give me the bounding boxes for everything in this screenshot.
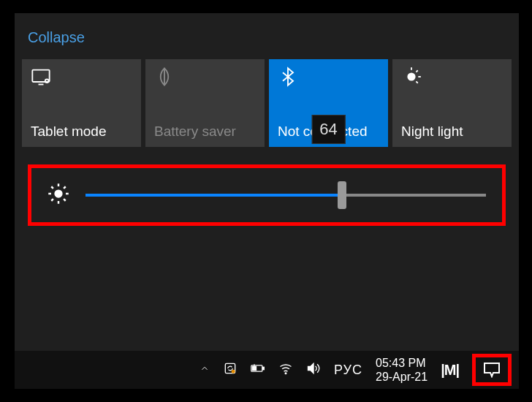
tile-tablet-mode[interactable]: Tablet mode — [22, 59, 141, 147]
svg-rect-0 — [32, 70, 49, 82]
collapse-button[interactable]: Collapse — [15, 13, 519, 46]
bluetooth-icon — [278, 67, 298, 87]
ime-language[interactable]: РУС — [334, 363, 362, 378]
svg-point-8 — [55, 190, 62, 197]
clock-time: 05:43 PM — [376, 356, 428, 370]
tablet-icon — [31, 67, 51, 87]
taskbar-clock[interactable]: 05:43 PM 29-Apr-21 — [376, 356, 428, 384]
leaf-icon — [154, 67, 175, 87]
system-tray: РУС 05:43 PM 29-Apr-21 |M| — [200, 354, 519, 386]
svg-line-6 — [416, 70, 417, 72]
sync-icon[interactable] — [223, 361, 238, 379]
taskbar: РУС 05:43 PM 29-Apr-21 |M| — [15, 351, 519, 389]
action-center-button[interactable] — [472, 354, 512, 386]
night-light-icon — [401, 67, 422, 87]
svg-point-18 — [232, 370, 235, 373]
svg-point-3 — [408, 73, 414, 80]
wifi-icon[interactable] — [278, 361, 293, 379]
svg-line-7 — [416, 81, 417, 83]
tile-bluetooth[interactable]: Not connected 64 — [269, 59, 388, 147]
svg-rect-20 — [263, 367, 265, 369]
brightness-tooltip: 64 — [311, 115, 345, 144]
brightness-slider-container — [28, 164, 506, 226]
svg-line-14 — [64, 199, 66, 201]
svg-line-13 — [51, 186, 53, 189]
clock-date: 29-Apr-21 — [376, 370, 428, 384]
brand-logo[interactable]: |M| — [441, 362, 459, 379]
svg-point-1 — [45, 80, 49, 83]
tile-battery-saver[interactable]: Battery saver — [145, 59, 265, 147]
tray-overflow-chevron[interactable] — [200, 363, 210, 376]
slider-fill — [86, 194, 342, 197]
quick-action-tiles: Tablet mode Battery saver Not connected … — [15, 46, 519, 147]
tile-label: Night light — [401, 124, 503, 140]
volume-icon[interactable] — [306, 361, 321, 379]
svg-line-16 — [64, 186, 66, 189]
action-center-panel: Collapse Tablet mode Battery saver Not c… — [15, 13, 519, 351]
svg-rect-21 — [252, 367, 256, 371]
svg-point-22 — [285, 373, 286, 374]
svg-line-15 — [51, 199, 53, 201]
svg-marker-23 — [308, 363, 314, 373]
battery-icon[interactable] — [251, 361, 265, 379]
slider-thumb[interactable] — [338, 181, 346, 209]
brightness-icon — [48, 183, 69, 208]
tile-label: Tablet mode — [31, 124, 132, 140]
tile-night-light[interactable]: Night light — [392, 59, 512, 147]
tile-label: Battery saver — [154, 124, 256, 140]
brightness-slider[interactable] — [86, 193, 486, 197]
